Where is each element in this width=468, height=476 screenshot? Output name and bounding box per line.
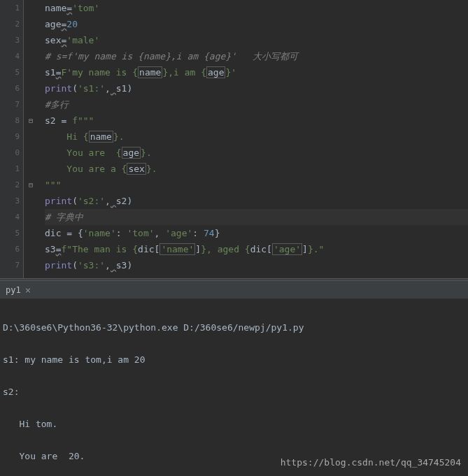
- watermark-text: https://blog.csdn.net/qq_34745204: [281, 454, 461, 470]
- editor-area: 1 2 3 4 5 6 7 8 9 0 1 2 3 4 5 6 7 ⊟ ⊟ na…: [0, 0, 468, 278]
- console-line: D:\360se6\Python36-32\python.exe D:/360s…: [3, 319, 465, 336]
- line-number: 5: [0, 225, 23, 241]
- code-line[interactable]: You are a {sex}.: [45, 161, 468, 177]
- line-number: 3: [0, 193, 23, 209]
- code-line[interactable]: print('s3:', s3): [45, 257, 468, 273]
- line-number: 4: [0, 209, 23, 225]
- console-tab[interactable]: py1 ×: [0, 281, 36, 298]
- code-line[interactable]: print('s1:', s1): [45, 80, 468, 96]
- console-line: s1: my name is tom,i am 20: [3, 352, 465, 368]
- line-number: 5: [0, 64, 23, 80]
- fold-toggle-icon[interactable]: ⊟: [24, 113, 38, 129]
- line-number: 7: [0, 257, 23, 273]
- code-line[interactable]: name='tom': [45, 0, 468, 16]
- line-number-gutter: 1 2 3 4 5 6 7 8 9 0 1 2 3 4 5 6 7: [0, 0, 24, 278]
- tab-label: py1: [6, 285, 21, 295]
- code-editor[interactable]: name='tom' age=20 sex='male' # s=f'my na…: [38, 0, 468, 278]
- code-line[interactable]: s2 = f""": [45, 113, 468, 129]
- console-output[interactable]: D:\360se6\Python36-32\python.exe D:/360s…: [0, 299, 468, 476]
- code-line[interactable]: # 字典中: [45, 209, 468, 225]
- line-number: 7: [0, 96, 23, 113]
- line-number: 6: [0, 241, 23, 257]
- line-number: 0: [0, 145, 23, 161]
- code-line[interactable]: age=20: [45, 16, 468, 32]
- console-line: s2:: [3, 384, 465, 400]
- line-number: 2: [0, 16, 23, 32]
- fold-toggle-icon[interactable]: ⊟: [24, 177, 38, 193]
- code-line[interactable]: dic = {'name': 'tom', 'age': 74}: [45, 225, 468, 241]
- line-number: 3: [0, 32, 23, 48]
- code-line[interactable]: s1=F'my name is {name},i am {age}': [45, 64, 468, 80]
- code-line[interactable]: Hi {name}.: [45, 129, 468, 145]
- code-line[interactable]: s3=f"The man is {dic['name']}, aged {dic…: [45, 241, 468, 257]
- code-line[interactable]: #多行: [45, 96, 468, 113]
- code-line[interactable]: print('s2:', s2): [45, 193, 468, 209]
- line-number: 4: [0, 48, 23, 64]
- code-line[interactable]: """: [45, 177, 468, 193]
- console-line: Hi tom.: [3, 416, 465, 432]
- code-line[interactable]: You are {age}.: [45, 145, 468, 161]
- code-line[interactable]: sex='male': [45, 32, 468, 48]
- line-number: 8: [0, 113, 23, 129]
- fold-gutter: ⊟ ⊟: [24, 0, 38, 278]
- close-icon[interactable]: ×: [25, 284, 31, 296]
- code-line[interactable]: # s=f'my name is {name},i am {age}' 大小写都…: [45, 48, 468, 64]
- line-number: 1: [0, 0, 23, 16]
- line-number: 6: [0, 80, 23, 96]
- line-number: 2: [0, 177, 23, 193]
- console-tab-bar: py1 ×: [0, 281, 468, 299]
- line-number: 1: [0, 161, 23, 177]
- line-number: 9: [0, 129, 23, 145]
